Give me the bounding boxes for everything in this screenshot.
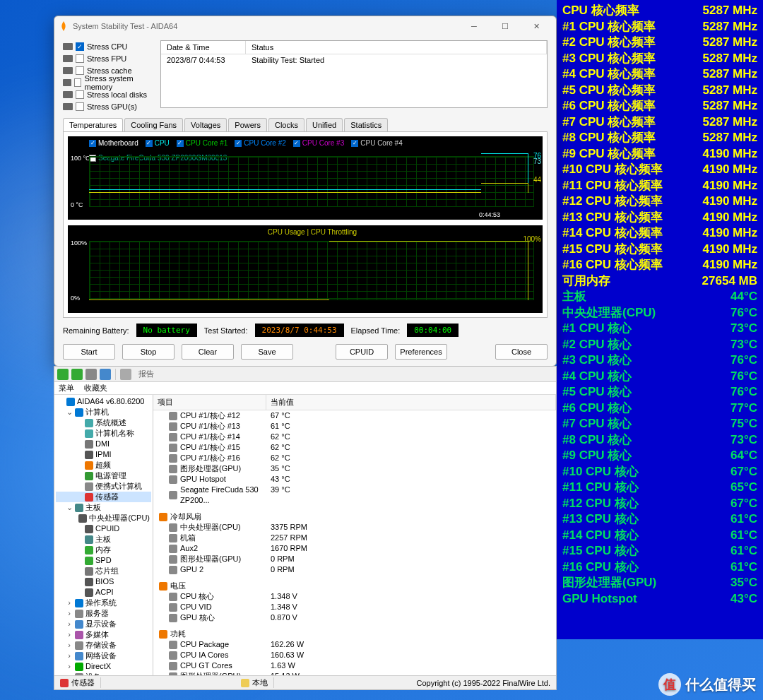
- tree-item[interactable]: AIDA64 v6.80.6200: [56, 396, 151, 407]
- stop-button[interactable]: Stop: [122, 344, 175, 360]
- stress-option[interactable]: ✓Stress CPU: [63, 40, 152, 52]
- tab-voltages[interactable]: Voltages: [184, 118, 227, 131]
- tab-unified[interactable]: Unified: [306, 118, 343, 131]
- list-row[interactable]: CPU #1/核心 #1267 °C: [153, 410, 556, 421]
- prefs-button[interactable]: Preferences: [395, 344, 447, 360]
- list-row[interactable]: 电压: [153, 581, 556, 591]
- list-row[interactable]: 图形处理器(GPU)0 RPM: [153, 554, 556, 564]
- tree-item[interactable]: 系统概述: [56, 417, 151, 428]
- osd-row: #15 CPU 核心61°C: [562, 543, 757, 559]
- stress-option[interactable]: Stress FPU: [63, 52, 152, 64]
- battery-value: No battery: [136, 324, 197, 337]
- legend-item[interactable]: ✓CPU Core #3: [293, 139, 344, 147]
- close-dialog-button[interactable]: Close: [495, 344, 548, 360]
- tree-item[interactable]: BIOS: [56, 576, 151, 587]
- tab-statistics[interactable]: Statistics: [344, 118, 388, 131]
- tree-item[interactable]: ⌄计算机: [56, 407, 151, 417]
- osd-row: GPU Hotspot43°C: [562, 591, 757, 607]
- maximize-button[interactable]: ☐: [490, 16, 521, 36]
- legend-item[interactable]: ✓CPU Core #2: [235, 139, 285, 147]
- forward-icon[interactable]: [71, 369, 83, 380]
- stress-option[interactable]: Stress GPU(s): [63, 100, 152, 112]
- legend-item[interactable]: ✓Motherboard: [89, 139, 138, 147]
- sensor-list[interactable]: 项目 当前值 CPU #1/核心 #1267 °CCPU #1/核心 #1361…: [153, 395, 556, 675]
- list-row[interactable]: CPU Package162.26 W: [153, 639, 556, 650]
- nav-tree[interactable]: AIDA64 v6.80.6200⌄计算机系统概述计算机名称DMIIPMI超频电…: [54, 395, 153, 675]
- list-row[interactable]: GPU Hotspot43 °C: [153, 474, 556, 485]
- tree-item[interactable]: 传感器: [56, 492, 151, 502]
- col-item[interactable]: 项目: [153, 395, 266, 410]
- list-row[interactable]: 中央处理器(CPU)3375 RPM: [153, 522, 556, 533]
- battery-label: Remaining Battery:: [63, 326, 129, 335]
- tree-item[interactable]: ›DirectX: [56, 661, 151, 672]
- osd-row: #3 CPU 核心76°C: [562, 352, 757, 369]
- tree-item[interactable]: CPUID: [56, 523, 151, 534]
- tab-powers[interactable]: Powers: [228, 118, 267, 131]
- tree-item[interactable]: 便携式计算机: [56, 481, 151, 492]
- tree-item[interactable]: ›操作系统: [56, 598, 151, 608]
- tree-item[interactable]: ›多媒体: [56, 629, 151, 640]
- list-row[interactable]: CPU #1/核心 #1361 °C: [153, 421, 556, 432]
- tree-item[interactable]: 中央处理器(CPU): [56, 513, 151, 523]
- list-row[interactable]: CPU IA Cores160.63 W: [153, 650, 556, 660]
- list-row[interactable]: Seagate FireCuda 530 ZP200...39 °C: [153, 485, 556, 506]
- tree-item[interactable]: 电源管理: [56, 470, 151, 481]
- report-icon[interactable]: [120, 369, 131, 380]
- cpuid-button[interactable]: CPUID: [336, 344, 388, 360]
- up-icon[interactable]: [85, 369, 97, 380]
- tab-temperatures[interactable]: Temperatures: [63, 118, 123, 131]
- list-row[interactable]: 机箱2257 RPM: [153, 533, 556, 543]
- temperature-chart: ✓Motherboard✓CPU✓CPU Core #1✓CPU Core #2…: [68, 136, 543, 220]
- menu-fav[interactable]: 收藏夹: [84, 383, 107, 393]
- elapsed-value: 00:04:00: [407, 324, 459, 337]
- tree-item[interactable]: ACPI: [56, 587, 151, 598]
- col-value[interactable]: 当前值: [266, 395, 556, 410]
- tree-item[interactable]: ›显示设备: [56, 619, 151, 629]
- list-row[interactable]: CPU 核心1.348 V: [153, 591, 556, 602]
- list-row[interactable]: 功耗: [153, 629, 556, 639]
- clear-button[interactable]: Clear: [182, 344, 234, 360]
- tree-item[interactable]: 芯片组: [56, 566, 151, 576]
- tree-item[interactable]: IPMI: [56, 449, 151, 460]
- list-row[interactable]: CPU #1/核心 #1662 °C: [153, 453, 556, 463]
- tree-item[interactable]: 内存: [56, 545, 151, 555]
- tab-clocks[interactable]: Clocks: [268, 118, 304, 131]
- tree-item[interactable]: ›网络设备: [56, 651, 151, 661]
- tree-item[interactable]: SPD: [56, 555, 151, 566]
- osd-row: #5 CPU 核心76°C: [562, 384, 757, 401]
- refresh-icon[interactable]: [100, 369, 111, 380]
- menu-main[interactable]: 菜单: [59, 383, 74, 393]
- list-row[interactable]: CPU GT Cores1.63 W: [153, 660, 556, 671]
- stability-window: System Stability Test - AIDA64 ─ ☐ ✕ ✓St…: [54, 16, 557, 367]
- tree-item[interactable]: ›存储设备: [56, 640, 151, 651]
- stress-option[interactable]: Stress local disks: [63, 88, 152, 100]
- titlebar[interactable]: System Stability Test - AIDA64 ─ ☐ ✕: [54, 16, 556, 36]
- tree-item[interactable]: 计算机名称: [56, 428, 151, 439]
- list-row[interactable]: CPU #1/核心 #1562 °C: [153, 442, 556, 453]
- legend-item[interactable]: ✓CPU: [146, 139, 170, 147]
- osd-row: #9 CPU 核心64°C: [562, 448, 757, 464]
- list-row[interactable]: 图形处理器(GPU)35 °C: [153, 463, 556, 474]
- tab-cooling fans[interactable]: Cooling Fans: [124, 118, 183, 131]
- minimize-button[interactable]: ─: [459, 16, 490, 36]
- legend-item[interactable]: ✓CPU Core #4: [351, 139, 402, 147]
- list-row[interactable]: CPU #1/核心 #1462 °C: [153, 432, 556, 442]
- list-row[interactable]: GPU 20 RPM: [153, 564, 556, 575]
- stress-option[interactable]: Stress system memory: [63, 76, 152, 88]
- tree-item[interactable]: 主板: [56, 534, 151, 545]
- tree-item[interactable]: 超频: [56, 460, 151, 470]
- tree-item[interactable]: DMI: [56, 439, 151, 449]
- close-button[interactable]: ✕: [521, 16, 552, 36]
- start-button[interactable]: Start: [63, 344, 115, 360]
- list-row[interactable]: GPU 核心0.870 V: [153, 612, 556, 623]
- back-icon[interactable]: [57, 369, 69, 380]
- osd-row: #16 CPU 核心频率4190 MHz: [562, 257, 757, 273]
- list-row[interactable]: CPU VID1.348 V: [153, 602, 556, 612]
- save-button[interactable]: Save: [241, 344, 293, 360]
- legend-item[interactable]: ✓CPU Core #1: [177, 139, 227, 147]
- list-row[interactable]: Aux21670 RPM: [153, 543, 556, 554]
- log-date: 2023/8/7 0:44:53: [161, 54, 246, 66]
- list-row[interactable]: 冷却风扇: [153, 511, 556, 522]
- tree-item[interactable]: ⌄主板: [56, 502, 151, 513]
- tree-item[interactable]: ›服务器: [56, 608, 151, 619]
